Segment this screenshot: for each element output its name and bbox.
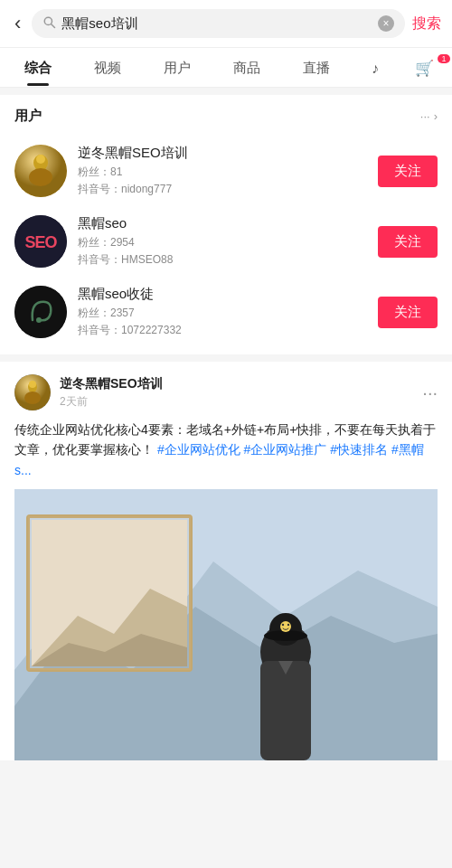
user-name: 黑帽seo — [78, 215, 367, 232]
post-more-button[interactable]: ··· — [422, 382, 438, 403]
search-box: × — [32, 9, 405, 38]
svg-text:SEO: SEO — [24, 233, 57, 251]
post-avatar[interactable] — [14, 374, 51, 410]
header: ‹ × 搜索 — [0, 0, 452, 48]
user-fans: 粉丝：2954 — [78, 235, 367, 250]
post-user-info: 逆冬黑帽SEO培训 2天前 — [14, 374, 163, 410]
post-image — [14, 489, 438, 760]
clear-button[interactable]: × — [378, 15, 394, 32]
avatar — [14, 145, 67, 197]
svg-point-5 — [36, 155, 45, 164]
user-douyin-id: 抖音号：nidong777 — [78, 182, 367, 197]
cart-icon: 🛒 — [415, 60, 434, 77]
tab-视频[interactable]: 视频 — [73, 49, 143, 86]
svg-point-26 — [282, 624, 284, 626]
svg-point-8 — [14, 286, 67, 338]
svg-point-25 — [280, 621, 291, 632]
search-button[interactable]: 搜索 — [412, 14, 441, 33]
user-info: 黑帽seo 粉丝：2954 抖音号：HMSEO88 — [78, 215, 367, 268]
user-info: 逆冬黑帽SEO培训 粉丝：81 抖音号：nidong777 — [78, 145, 367, 197]
tab-商品[interactable]: 商品 — [212, 49, 281, 86]
user-douyin-id: 抖音号：HMSEO88 — [78, 252, 367, 268]
svg-point-4 — [29, 168, 52, 186]
search-input[interactable] — [61, 16, 372, 32]
back-button[interactable]: ‹ — [11, 12, 24, 35]
post-text: 传统企业网站优化核心4要素：老域名+外链+布局+快排，不要在每天执着于文章，优化… — [14, 420, 438, 480]
user-fans: 粉丝：81 — [78, 165, 367, 180]
search-icon — [42, 15, 56, 32]
svg-point-13 — [29, 381, 36, 388]
svg-point-9 — [36, 317, 42, 323]
list-item: 黑帽seo收徒 粉丝：2357 抖音号：1072227332 关注 — [0, 277, 452, 347]
more-dots-icon: ··· — [420, 109, 430, 123]
cart-icon-wrap: 🛒 1 — [403, 59, 445, 78]
post-header: 逆冬黑帽SEO培训 2天前 ··· — [14, 374, 438, 410]
more-arrow-icon: › — [434, 109, 438, 123]
user-list: 逆冬黑帽SEO培训 粉丝：81 抖音号：nidong777 关注 SEO 黑帽s… — [0, 132, 452, 354]
users-more-button[interactable]: ··· › — [420, 109, 438, 123]
follow-button[interactable]: 关注 — [378, 156, 438, 187]
tab-综合[interactable]: 综合 — [4, 49, 73, 86]
follow-button[interactable]: 关注 — [378, 226, 438, 258]
svg-point-27 — [287, 624, 289, 626]
user-name: 黑帽seo收徒 — [78, 286, 367, 303]
post-user-meta: 逆冬黑帽SEO培训 2天前 — [60, 376, 163, 410]
user-name: 逆冬黑帽SEO培训 — [78, 145, 367, 162]
user-info: 黑帽seo收徒 粉丝：2357 抖音号：1072227332 — [78, 286, 367, 338]
users-section-title: 用户 — [14, 108, 42, 125]
tab-music[interactable]: ♪ — [351, 50, 400, 86]
svg-line-1 — [52, 24, 55, 28]
tab-cart[interactable]: 🛒 1 — [400, 48, 448, 87]
post-card: 逆冬黑帽SEO培训 2天前 ··· 传统企业网站优化核心4要素：老域名+外链+布… — [0, 362, 452, 760]
follow-button[interactable]: 关注 — [378, 297, 438, 328]
tabs-bar: 综合 视频 用户 商品 直播 ♪ 🛒 1 — [0, 48, 452, 88]
cart-badge: 1 — [438, 54, 450, 63]
music-icon: ♪ — [372, 61, 379, 76]
tab-直播[interactable]: 直播 — [281, 49, 351, 86]
user-douyin-id: 抖音号：1072227332 — [78, 323, 367, 338]
post-time: 2天前 — [60, 394, 163, 410]
svg-rect-28 — [260, 661, 311, 760]
users-section-header: 用户 ··· › — [0, 95, 452, 132]
tab-用户[interactable]: 用户 — [143, 49, 212, 86]
list-item: SEO 黑帽seo 粉丝：2954 抖音号：HMSEO88 关注 — [0, 206, 452, 277]
avatar: SEO — [14, 215, 67, 268]
list-item: 逆冬黑帽SEO培训 粉丝：81 抖音号：nidong777 关注 — [0, 136, 452, 206]
svg-point-12 — [24, 392, 41, 404]
post-username[interactable]: 逆冬黑帽SEO培训 — [60, 376, 163, 392]
avatar — [14, 286, 67, 338]
user-fans: 粉丝：2357 — [78, 306, 367, 321]
